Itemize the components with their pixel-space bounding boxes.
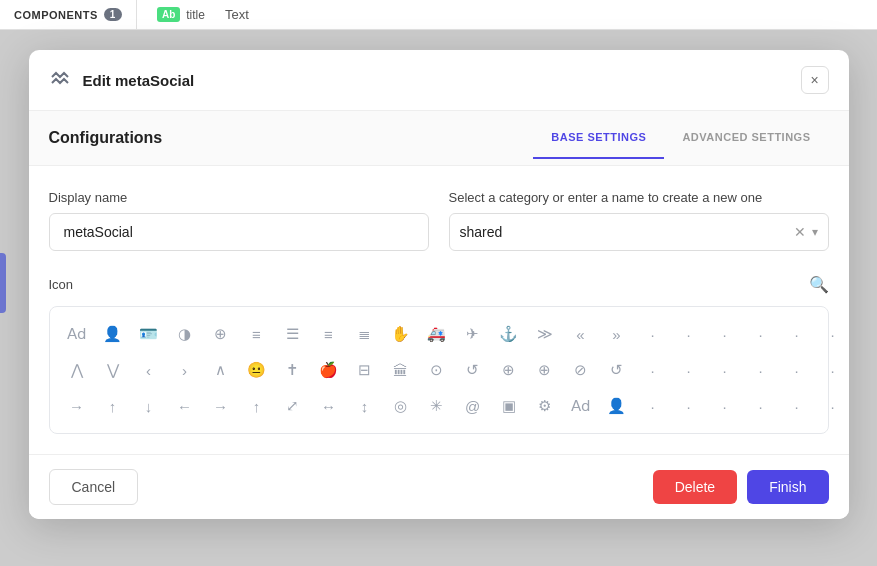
icon-arrow-up-circle[interactable]: ↑ bbox=[96, 389, 130, 423]
icon-user2[interactable]: 👤 bbox=[600, 389, 634, 423]
icon-spare3[interactable]: · bbox=[708, 317, 742, 351]
icon-search-button[interactable]: 🔍 bbox=[809, 275, 829, 294]
icon-move[interactable]: ⤢ bbox=[276, 389, 310, 423]
icon-sp16[interactable]: · bbox=[672, 389, 706, 423]
icon-contrast[interactable]: ◑ bbox=[168, 317, 202, 351]
icon-ad2[interactable]: 𝖠𝖽 bbox=[564, 389, 598, 423]
icon-ambulance[interactable]: 🚑 bbox=[420, 317, 454, 351]
icon-spare4[interactable]: · bbox=[744, 317, 778, 351]
icon-spare1[interactable]: · bbox=[636, 317, 670, 351]
modal-title-group: Edit metaSocial bbox=[49, 68, 195, 92]
icon-arrow-up[interactable]: ↑ bbox=[240, 389, 274, 423]
icon-sp10[interactable]: · bbox=[708, 353, 742, 387]
icon-sp18[interactable]: · bbox=[744, 389, 778, 423]
icon-sp12[interactable]: · bbox=[780, 353, 814, 387]
icon-double-down[interactable]: ≫ bbox=[528, 317, 562, 351]
icon-sp20[interactable]: · bbox=[816, 389, 849, 423]
icon-double-left[interactable]: « bbox=[564, 317, 598, 351]
modal: Edit metaSocial × Configurations BASE SE… bbox=[29, 50, 849, 519]
category-clear-icon[interactable]: ✕ bbox=[794, 224, 806, 240]
top-bar: COMPONENTS 1 Ab title Text bbox=[0, 0, 877, 30]
icon-asterisk[interactable]: ✳ bbox=[420, 389, 454, 423]
icon-refresh2[interactable]: ↺ bbox=[600, 353, 634, 387]
icon-apple[interactable]: 🍎 bbox=[312, 353, 346, 387]
display-name-input[interactable] bbox=[49, 213, 429, 251]
icon-caret-up[interactable]: ∧ bbox=[204, 353, 238, 387]
icon-plus-circle2[interactable]: ⊕ bbox=[492, 353, 526, 387]
icon-sp17[interactable]: · bbox=[708, 389, 742, 423]
icon-sp19[interactable]: · bbox=[780, 389, 814, 423]
icon-align-left[interactable]: ≡ bbox=[240, 317, 274, 351]
icon-settings[interactable]: ⚙ bbox=[528, 389, 562, 423]
category-group: Select a category or enter a name to cre… bbox=[449, 190, 829, 251]
components-section: COMPONENTS 1 bbox=[0, 0, 137, 29]
cancel-button[interactable]: Cancel bbox=[49, 469, 139, 505]
delete-button[interactable]: Delete bbox=[653, 470, 737, 504]
icon-plane[interactable]: ✈ bbox=[456, 317, 490, 351]
icon-circle-slash[interactable]: ⊘ bbox=[564, 353, 598, 387]
icon-ad[interactable]: 𝖠𝖽 bbox=[60, 317, 94, 351]
icon-cross[interactable]: ✝ bbox=[276, 353, 310, 387]
icon-refresh-cw[interactable]: ↺ bbox=[456, 353, 490, 387]
icon-chevron-down2[interactable]: ⋁ bbox=[96, 353, 130, 387]
icon-double-right[interactable]: » bbox=[600, 317, 634, 351]
ab-icon: Ab bbox=[157, 7, 180, 22]
icon-spare2[interactable]: · bbox=[672, 317, 706, 351]
icon-arrows-v[interactable]: ↕ bbox=[348, 389, 382, 423]
icon-circle-plus[interactable]: ⊕ bbox=[528, 353, 562, 387]
icon-sp15[interactable]: · bbox=[636, 389, 670, 423]
category-input[interactable] bbox=[460, 214, 788, 250]
close-button[interactable]: × bbox=[801, 66, 829, 94]
text-tab-label: Text bbox=[225, 7, 249, 22]
footer-right: Delete Finish bbox=[653, 470, 829, 504]
icon-arch[interactable]: 🏛 bbox=[384, 353, 418, 387]
modal-header: Edit metaSocial × bbox=[29, 50, 849, 111]
icon-at[interactable]: @ bbox=[456, 389, 490, 423]
backdrop: Edit metaSocial × Configurations BASE SE… bbox=[0, 30, 877, 566]
icon-align-center[interactable]: ☰ bbox=[276, 317, 310, 351]
icon-align-right[interactable]: ≡ bbox=[312, 317, 346, 351]
icon-sp8[interactable]: · bbox=[636, 353, 670, 387]
modal-title: Edit metaSocial bbox=[83, 72, 195, 89]
modal-tabs-bar: Configurations BASE SETTINGS ADVANCED SE… bbox=[29, 111, 849, 166]
tab-base-settings[interactable]: BASE SETTINGS bbox=[533, 117, 664, 159]
icon-hand[interactable]: ✋ bbox=[384, 317, 418, 351]
tab-advanced-settings[interactable]: ADVANCED SETTINGS bbox=[664, 117, 828, 159]
finish-button[interactable]: Finish bbox=[747, 470, 828, 504]
icon-chevron-up2[interactable]: ⋀ bbox=[60, 353, 94, 387]
title-tab[interactable]: Ab title bbox=[157, 7, 205, 22]
components-badge: 1 bbox=[104, 8, 122, 21]
icon-accessibility[interactable]: ◎ bbox=[384, 389, 418, 423]
chevron-down-icon[interactable]: ▾ bbox=[812, 225, 818, 239]
category-input-wrap: ✕ ▾ bbox=[449, 213, 829, 251]
components-label: COMPONENTS bbox=[14, 9, 98, 21]
icon-spare6[interactable]: · bbox=[816, 317, 849, 351]
icon-arrow-left[interactable]: ← bbox=[168, 389, 202, 423]
icon-arrow-right-circle[interactable]: → bbox=[60, 389, 94, 423]
top-bar-tabs: Ab title Text bbox=[137, 7, 269, 22]
icon-chevron-right2[interactable]: › bbox=[168, 353, 202, 387]
icon-face[interactable]: 😐 bbox=[240, 353, 274, 387]
icon-grid: 𝖠𝖽 👤 🪪 ◑ ⊕ ≡ ☰ ≡ ≣ ✋ 🚑 ✈ ⚓ ≫ « » · · · · bbox=[49, 306, 829, 434]
icon-arrow-down[interactable]: ↓ bbox=[132, 389, 166, 423]
configurations-label: Configurations bbox=[49, 111, 163, 165]
icon-label: Icon bbox=[49, 277, 74, 292]
meta-social-icon bbox=[49, 68, 73, 92]
icon-sp9[interactable]: · bbox=[672, 353, 706, 387]
icon-arrow-right[interactable]: → bbox=[204, 389, 238, 423]
form-row: Display name Select a category or enter … bbox=[49, 190, 829, 251]
icon-user[interactable]: 👤 bbox=[96, 317, 130, 351]
icon-circle-down[interactable]: ⊙ bbox=[420, 353, 454, 387]
icon-spare5[interactable]: · bbox=[780, 317, 814, 351]
icon-sp13[interactable]: · bbox=[816, 353, 849, 387]
icon-arrows-h[interactable]: ↔ bbox=[312, 389, 346, 423]
icon-anchor[interactable]: ⚓ bbox=[492, 317, 526, 351]
icon-card[interactable]: 🪪 bbox=[132, 317, 166, 351]
icon-award[interactable]: ▣ bbox=[492, 389, 526, 423]
icon-chevron-left2[interactable]: ‹ bbox=[132, 353, 166, 387]
icon-align-justify[interactable]: ≣ bbox=[348, 317, 382, 351]
title-tab-label: title bbox=[186, 8, 205, 22]
icon-minus-square[interactable]: ⊟ bbox=[348, 353, 382, 387]
icon-sp11[interactable]: · bbox=[744, 353, 778, 387]
icon-plus-circle[interactable]: ⊕ bbox=[204, 317, 238, 351]
